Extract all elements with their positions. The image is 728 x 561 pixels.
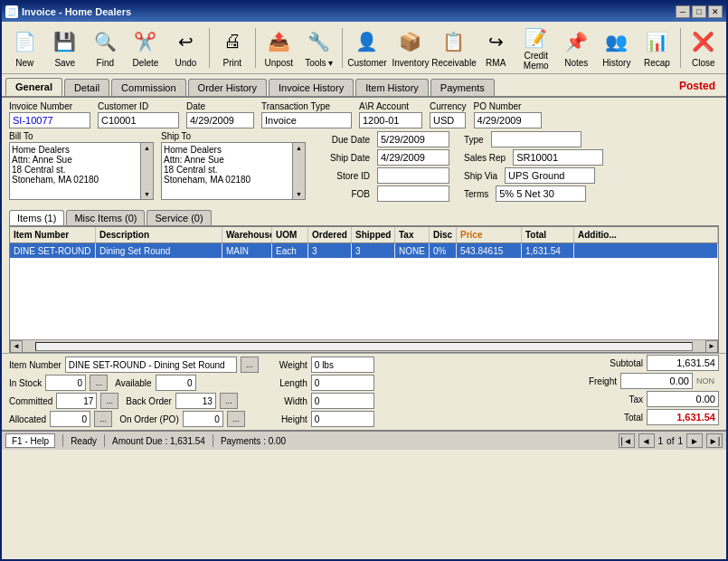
minimize-button[interactable]: ─: [676, 5, 690, 18]
currency-group: Currency: [430, 101, 467, 128]
status-sep-2: [104, 434, 105, 447]
nav-prev-button[interactable]: ◄: [638, 433, 655, 448]
recap-button[interactable]: 📊 Recap: [638, 24, 676, 71]
print-button[interactable]: 🖨 Print: [213, 24, 252, 71]
customer-id-input[interactable]: [98, 112, 179, 128]
ar-account-input[interactable]: [359, 112, 422, 128]
on-order-input[interactable]: [183, 411, 223, 427]
allocated-input[interactable]: [50, 411, 90, 427]
freight-input[interactable]: [620, 373, 693, 389]
tab-general[interactable]: General: [5, 78, 62, 96]
inner-tab-service[interactable]: Service (0): [147, 210, 211, 225]
nav-first-button[interactable]: |◄: [619, 433, 635, 448]
receivable-button[interactable]: 📋 Receivable: [433, 24, 475, 71]
tab-commission[interactable]: Commission: [111, 79, 186, 96]
save-button[interactable]: 💾 Save: [46, 24, 85, 71]
cell-shipped: 3: [352, 243, 395, 258]
ship-date-input[interactable]: [377, 149, 449, 166]
credit-memo-button[interactable]: 📝 Credit Memo: [517, 24, 556, 71]
subtotal-input[interactable]: [647, 355, 719, 371]
bill-to-scroll[interactable]: ▲ ▼: [140, 143, 153, 199]
ship-to-scroll[interactable]: ▲ ▼: [292, 143, 305, 199]
tab-item-history[interactable]: Item History: [355, 79, 429, 96]
cell-warehouse: MAIN: [222, 243, 272, 258]
unpost-button[interactable]: 📤 Unpost: [260, 24, 298, 71]
scroll-left-button[interactable]: ◄: [10, 340, 23, 353]
new-button[interactable]: 📄 New: [5, 24, 44, 71]
transaction-type-label: Transaction Type: [261, 101, 352, 111]
weight-input[interactable]: [311, 357, 374, 373]
committed-input[interactable]: [56, 393, 97, 409]
type-input[interactable]: [491, 131, 581, 147]
tab-invoice-history[interactable]: Invoice History: [269, 79, 354, 96]
store-id-input[interactable]: [377, 167, 449, 184]
maximize-button[interactable]: □: [692, 5, 706, 18]
ship-via-input[interactable]: [505, 167, 595, 184]
nav-of: of: [667, 436, 674, 446]
rma-button[interactable]: ↪ RMA: [477, 24, 515, 71]
scroll-track[interactable]: [35, 342, 693, 351]
recap-icon: 📊: [642, 27, 671, 56]
date-input[interactable]: [186, 112, 254, 128]
tab-payments[interactable]: Payments: [430, 79, 495, 96]
ship-to-text: Home DealersAttn: Anne Sue18 Central st.…: [164, 145, 303, 185]
back-order-input[interactable]: [175, 393, 216, 409]
on-order-dots-button[interactable]: ...: [227, 411, 245, 427]
committed-dots-button[interactable]: ...: [100, 393, 118, 409]
scroll-right-button[interactable]: ►: [705, 340, 718, 353]
tab-order-history[interactable]: Order History: [188, 79, 267, 96]
po-number-input[interactable]: [474, 112, 542, 128]
subtotal-label: Subtotal: [593, 358, 643, 368]
bottom-left-fields: Item Number ... In Stock ... Available C…: [9, 357, 259, 427]
sales-rep-input[interactable]: [513, 149, 603, 166]
type-label: Type: [464, 135, 484, 145]
in-stock-dots-button[interactable]: ...: [90, 375, 108, 391]
amount-due-text: Amount Due : 1,631.54: [112, 436, 205, 446]
find-button[interactable]: 🔍 Find: [86, 24, 125, 71]
in-stock-field: In Stock ... Available: [9, 375, 259, 391]
item-number-value-input[interactable]: [65, 357, 237, 373]
find-label: Find: [97, 58, 114, 68]
grid-hscrollbar[interactable]: ◄ ►: [10, 339, 718, 352]
tab-detail[interactable]: Detail: [64, 79, 109, 96]
transaction-type-input[interactable]: [261, 112, 352, 128]
due-date-input[interactable]: [377, 131, 449, 147]
title-bar: 🧾 Invoice - Home Dealers ─ □ ✕: [2, 2, 726, 22]
inventory-button[interactable]: 📦 Inventory: [390, 24, 431, 71]
cell-description: Dining Set Round: [96, 243, 222, 258]
fob-input[interactable]: [377, 185, 449, 202]
length-input[interactable]: [311, 375, 374, 391]
notes-button[interactable]: 📌 Notes: [557, 24, 596, 71]
tax-input[interactable]: [647, 391, 719, 407]
ar-account-group: A\R Account: [359, 101, 422, 128]
nav-last-button[interactable]: ►|: [706, 433, 723, 448]
delete-button[interactable]: ✂️ Delete: [127, 24, 165, 71]
window-title: Invoice - Home Dealers: [22, 6, 131, 17]
terms-input[interactable]: [496, 185, 586, 202]
height-input[interactable]: [311, 411, 374, 427]
in-stock-input[interactable]: [45, 375, 86, 391]
customer-button[interactable]: 👤 Customer: [346, 24, 388, 71]
close-button[interactable]: ✕: [708, 5, 723, 18]
inner-tab-misc[interactable]: Misc Items (0): [66, 210, 145, 225]
undo-label: Undo: [175, 58, 196, 68]
tools-button[interactable]: 🔧 Tools ▾: [300, 24, 339, 71]
cell-uom: Each: [272, 243, 308, 258]
customer-icon: 👤: [353, 27, 382, 56]
po-number-label: PO Number: [474, 101, 542, 111]
total-input[interactable]: [647, 409, 719, 425]
table-row[interactable]: DINE SET-ROUND Dining Set Round MAIN Eac…: [10, 243, 718, 259]
inner-tab-items[interactable]: Items (1): [9, 210, 64, 225]
invoice-number-input[interactable]: [9, 112, 90, 128]
close-window-button[interactable]: ❌ Close: [685, 24, 723, 71]
allocated-dots-button[interactable]: ...: [94, 411, 112, 427]
history-button[interactable]: 👥 History: [598, 24, 637, 71]
item-number-dots-button[interactable]: ...: [241, 357, 259, 373]
back-order-dots-button[interactable]: ...: [220, 393, 238, 409]
nav-next-button[interactable]: ►: [686, 433, 703, 448]
currency-input[interactable]: [430, 112, 466, 128]
undo-button[interactable]: ↩ Undo: [166, 24, 205, 71]
length-label: Length: [271, 378, 307, 388]
available-input[interactable]: [156, 375, 196, 391]
width-input[interactable]: [311, 393, 374, 409]
